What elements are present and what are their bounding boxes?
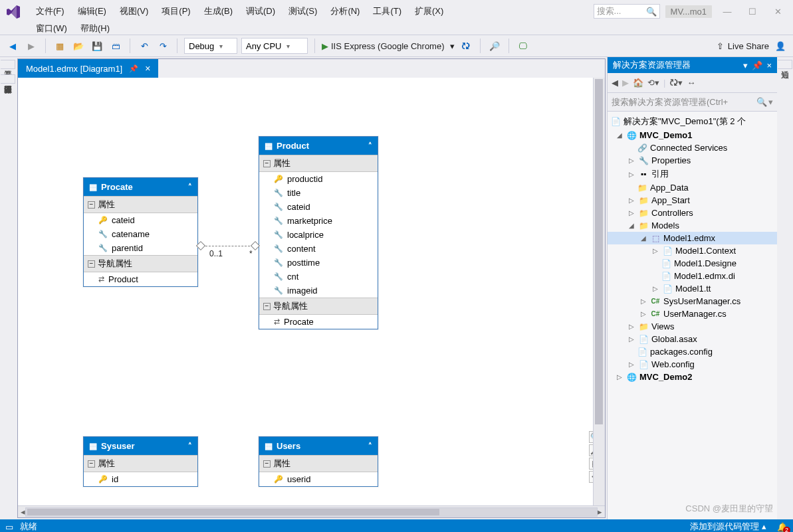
section-label: 属性 (273, 458, 290, 470)
panel-header[interactable]: 解决方案资源管理器 ▾📌× (608, 57, 777, 73)
menu-edit[interactable]: 编辑(E) (71, 3, 113, 20)
menu-analyze[interactable]: 分析(N) (324, 3, 366, 20)
minimize-button[interactable]: — (717, 7, 737, 17)
tree-label: Web.config (651, 359, 695, 369)
tree-controllers[interactable]: ▷📁Controllers (608, 207, 777, 219)
back-button[interactable]: ◀ (612, 78, 618, 88)
forward-button[interactable]: ▶ (622, 78, 629, 88)
tree-views[interactable]: ▷📁Views (608, 320, 777, 333)
tree-appstart[interactable]: ▷📁App_Start (608, 194, 777, 207)
entity-procate[interactable]: ▦Procate˄ −属性 🔑cateid 🔧catename 🔧parenti… (83, 177, 198, 287)
platform-value: Any CPU (246, 41, 281, 51)
toggle-icon[interactable]: − (263, 160, 271, 167)
vertical-scrollbar[interactable] (593, 78, 605, 505)
tree-global-asax[interactable]: ▷📄Global.asax (608, 333, 777, 345)
toggle-icon[interactable]: − (263, 460, 271, 468)
tree-references[interactable]: ▷▪▪引用 (608, 167, 777, 181)
find-button[interactable]: 🔎 (487, 39, 502, 53)
nav-back-button[interactable]: ◀ (5, 39, 20, 53)
prop-name: productid (287, 174, 322, 184)
close-button[interactable]: ✕ (768, 7, 788, 17)
source-control-status[interactable]: 添加到源代码管理 ▴ (690, 521, 766, 532)
right-sidebar: 通知 (777, 57, 793, 519)
entity-users[interactable]: ▦Users˄ −属性 🔑userid (259, 436, 378, 487)
display-button[interactable]: 🖵 (516, 39, 530, 53)
toggle-icon[interactable]: − (88, 201, 95, 209)
collapse-icon[interactable]: ˄ (368, 141, 372, 150)
save-button[interactable]: 💾 (90, 39, 104, 53)
menu-build[interactable]: 生成(B) (197, 3, 239, 20)
sync-button[interactable]: ⟲▾ (647, 78, 659, 88)
menu-window[interactable]: 窗口(W) (29, 20, 74, 37)
collapse-icon[interactable]: ˄ (188, 183, 192, 191)
refresh-button[interactable]: 🗘 (459, 39, 473, 53)
tree-model1-designer[interactable]: 📄Model1.Designe (608, 257, 777, 270)
tree-project-1[interactable]: ◢🌐MVC_Demo1 (608, 129, 777, 141)
nav-forward-button[interactable]: ▶ (24, 39, 39, 53)
tree-model1-diagram[interactable]: 📄Model1.edmx.di (608, 270, 777, 282)
config-value: Debug (189, 41, 214, 51)
tree-solution-root[interactable]: 📄解决方案"MVC_Demo1"(第 2 个 (608, 114, 777, 129)
tree-web-config[interactable]: ▷📄Web.config (608, 358, 777, 371)
quick-search[interactable]: 搜索...🔍 (594, 4, 660, 19)
menu-file[interactable]: 文件(F) (29, 3, 71, 20)
platform-selector[interactable]: Any CPU▾ (241, 38, 308, 54)
account-button[interactable]: 👤 (773, 39, 788, 53)
toolbox-tab[interactable]: 工具箱 (1, 60, 15, 69)
tree-project-2[interactable]: ▷🌐MVC_Demo2 (608, 371, 777, 383)
collapse-icon[interactable]: ˄ (188, 442, 192, 450)
toggle-icon[interactable]: − (88, 260, 95, 268)
scc-label: 添加到源代码管理 (690, 521, 759, 531)
diagram-canvas[interactable]: ▦Procate˄ −属性 🔑cateid 🔧catename 🔧parenti… (18, 78, 605, 505)
undo-button[interactable]: ↶ (137, 39, 152, 53)
tree-model1-tt[interactable]: ▷📄Model1.tt (608, 282, 777, 295)
menu-extensions[interactable]: 扩展(X) (408, 3, 450, 20)
menu-project[interactable]: 项目(P) (155, 3, 197, 20)
entity-product[interactable]: ▦Product˄ −属性 🔑productid 🔧title 🔧cateid … (259, 136, 378, 329)
open-file-button[interactable]: 📂 (71, 39, 86, 53)
live-share-button[interactable]: ⇧Live Share (717, 41, 769, 51)
dropdown-icon[interactable]: ▾ (743, 60, 748, 70)
entity-sysuser[interactable]: ▦Sysuser˄ −属性 🔑id (83, 436, 198, 487)
menu-help[interactable]: 帮助(H) (74, 20, 116, 37)
tree-packages-config[interactable]: 📄packages.config (608, 345, 777, 358)
pin-icon[interactable]: 📌 (752, 60, 762, 70)
start-debugging-button[interactable]: ▶IIS Express (Google Chrome)▾ (322, 41, 455, 51)
menu-view[interactable]: 视图(V) (113, 3, 155, 20)
maximize-button[interactable]: ☐ (742, 7, 762, 17)
menu-debug[interactable]: 调试(D) (239, 3, 282, 20)
configuration-selector[interactable]: Debug▾ (184, 38, 237, 54)
association-line[interactable] (205, 246, 253, 246)
close-icon[interactable]: × (766, 60, 772, 70)
document-tab-model1[interactable]: Model1.edmx [Diagram1] 📌 × (18, 59, 158, 78)
new-project-button[interactable]: ▦ (53, 39, 67, 53)
pin-icon[interactable]: 📌 (129, 64, 138, 73)
refresh-button[interactable]: 🗘▾ (669, 78, 683, 88)
tree-appdata[interactable]: 📁App_Data (608, 181, 777, 194)
menu-tools[interactable]: 工具(T) (366, 3, 408, 20)
collapse-all-button[interactable]: ↔ (687, 78, 695, 88)
tree-properties[interactable]: ▷🔧Properties (608, 154, 777, 167)
search-icon: 🔍 (756, 97, 767, 107)
redo-button[interactable]: ↷ (156, 39, 170, 53)
collapse-icon[interactable]: ˄ (368, 442, 372, 450)
horizontal-scrollbar[interactable]: ◂▸ (18, 505, 605, 517)
tab-close-icon[interactable]: × (145, 63, 150, 74)
solution-tree[interactable]: 📄解决方案"MVC_Demo1"(第 2 个 ◢🌐MVC_Demo1 🔗Conn… (608, 112, 777, 519)
save-all-button[interactable]: 🗃 (108, 39, 123, 53)
solution-search[interactable]: 搜索解决方案资源管理器(Ctrl+ 🔍▾ (608, 93, 777, 112)
toggle-icon[interactable]: − (263, 303, 271, 310)
notifications-tab[interactable]: 通知 (778, 60, 792, 69)
server-explorer-tab[interactable]: 服务器资源管理器 (1, 74, 15, 84)
tree-model1-edmx[interactable]: ◢⬚Model1.edmx (608, 232, 777, 244)
tree-model1-context[interactable]: ▷📄Model1.Context (608, 244, 777, 257)
entity-title: Sysuser (101, 441, 135, 451)
menu-test[interactable]: 测试(S) (282, 3, 324, 20)
tree-models[interactable]: ◢📁Models (608, 219, 777, 232)
toggle-icon[interactable]: − (88, 460, 95, 468)
notification-badge[interactable]: 🔔2 (777, 522, 788, 532)
tree-sysusermanager[interactable]: ▷C#SysUserManager.cs (608, 295, 777, 308)
tree-usermanager[interactable]: ▷C#UserManager.cs (608, 308, 777, 320)
tree-connected-services[interactable]: 🔗Connected Services (608, 141, 777, 154)
home-button[interactable]: 🏠 (633, 78, 643, 88)
